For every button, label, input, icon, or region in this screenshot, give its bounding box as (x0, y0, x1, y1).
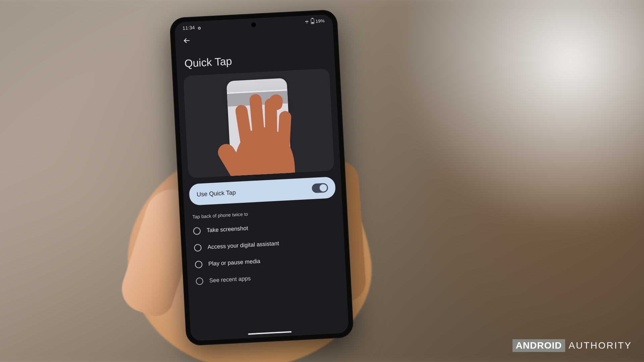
option-label: See recent apps (209, 275, 251, 284)
svg-point-0 (198, 27, 200, 29)
phone-screen: 11:34 19% Quick Tap (174, 14, 349, 341)
watermark-rest-text: AUTHORITY (565, 340, 632, 351)
back-button[interactable] (182, 36, 192, 45)
wifi-icon (304, 19, 310, 24)
status-time: 11:34 (182, 25, 195, 31)
phone-body: 11:34 19% Quick Tap (169, 9, 354, 346)
watermark: ANDROID AUTHORITY (513, 339, 632, 352)
notification-dot-icon (198, 25, 201, 29)
radio-icon (194, 244, 202, 252)
svg-line-1 (184, 41, 189, 41)
radio-icon (195, 261, 203, 268)
toggle-label: Use Quick Tap (197, 189, 236, 198)
option-label: Access your digital assistant (207, 240, 279, 251)
toggle-switch-knob (319, 184, 327, 192)
radio-icon (196, 278, 203, 285)
battery-outline-icon (311, 18, 314, 24)
illustration-hand (218, 105, 310, 178)
watermark-boxed-text: ANDROID (513, 339, 566, 352)
radio-icon (193, 227, 201, 235)
option-label: Play or pause media (208, 258, 261, 267)
quick-tap-options-list: Take screenshot Access your digital assi… (185, 215, 346, 290)
option-label: Take screenshot (207, 225, 249, 234)
toggle-switch[interactable] (312, 183, 328, 193)
quick-tap-illustration (183, 68, 334, 178)
arrow-left-icon (182, 37, 191, 45)
gesture-nav-indicator (248, 331, 291, 335)
battery-percent: 19% (315, 18, 325, 23)
